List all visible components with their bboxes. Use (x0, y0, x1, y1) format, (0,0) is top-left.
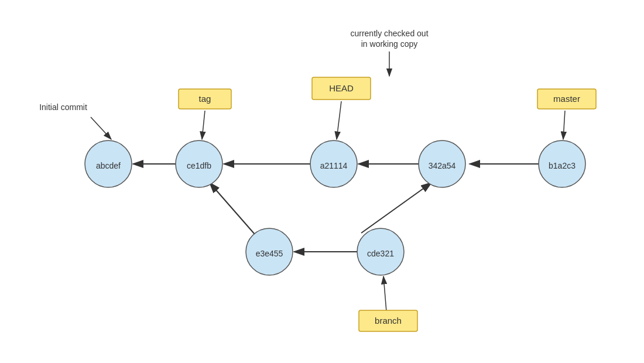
node-cde321-label: cde321 (367, 249, 394, 258)
master-label-text: master (553, 94, 580, 104)
svg-line-5 (563, 111, 565, 139)
checked-out-annotation: currently checked out (350, 29, 428, 38)
initial-commit-annotation: Initial commit (39, 102, 87, 112)
node-a21114-label: a21114 (320, 161, 348, 170)
checked-out-annotation-2: in working copy (361, 39, 418, 49)
node-ce1dfb-label: ce1dfb (187, 161, 211, 170)
branch-label-text: branch (375, 316, 402, 326)
head-label-text: HEAD (329, 83, 354, 93)
node-342a54-label: 342a54 (429, 161, 456, 170)
node-b1a2c3-label: b1a2c3 (549, 161, 576, 170)
svg-line-4 (337, 101, 341, 139)
svg-line-11 (361, 183, 431, 233)
svg-line-2 (91, 117, 111, 139)
git-graph-svg: currently checked out in working copy In… (0, 0, 644, 363)
svg-line-3 (202, 111, 205, 139)
svg-line-13 (210, 183, 255, 234)
node-abcdef-label: abcdef (96, 161, 121, 170)
tag-label-text: tag (199, 94, 211, 104)
node-e3e455-label: e3e455 (256, 249, 283, 258)
svg-line-6 (383, 276, 386, 311)
